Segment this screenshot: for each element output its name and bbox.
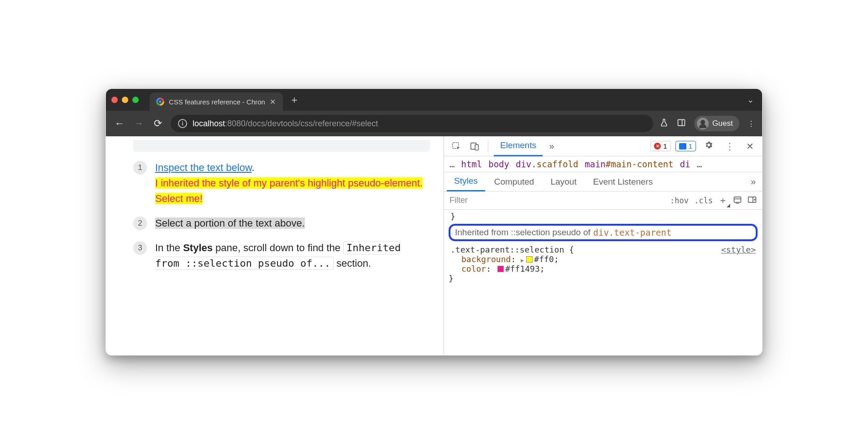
- tabs-overflow-button[interactable]: »: [545, 141, 558, 151]
- subtab-event-listeners[interactable]: Event Listeners: [586, 172, 660, 191]
- error-icon: [654, 143, 661, 150]
- styles-filter-row: :hov .cls ＋: [444, 191, 762, 210]
- new-tab-button[interactable]: ＋: [283, 93, 306, 107]
- message-count: 1: [689, 142, 692, 150]
- css-declaration[interactable]: color: #ff1493;: [449, 264, 758, 274]
- crumb-ellipsis[interactable]: …: [697, 159, 702, 169]
- list-item: 2 Select a portion of the text above.: [133, 216, 430, 231]
- message-badge[interactable]: 1: [675, 141, 696, 151]
- subtab-layout[interactable]: Layout: [543, 172, 584, 191]
- side-panel-icon[interactable]: [677, 118, 686, 129]
- hov-toggle[interactable]: :hov: [670, 196, 689, 205]
- browser-menu-button[interactable]: ⋮: [748, 119, 755, 128]
- subtab-styles[interactable]: Styles: [447, 172, 485, 191]
- svg-rect-5: [734, 197, 741, 202]
- profile-label: Guest: [712, 119, 733, 128]
- expand-icon[interactable]: ▶: [521, 257, 524, 263]
- text-bold: Styles: [183, 242, 213, 253]
- toolbar: ← → ⟳ localhost:8080/docs/devtools/css/r…: [106, 111, 762, 136]
- address-bar[interactable]: localhost:8080/docs/devtools/css/referen…: [171, 115, 653, 132]
- tab-close-icon[interactable]: ✕: [270, 98, 276, 106]
- css-value: #ff0: [534, 254, 554, 264]
- css-value: #ff1493: [505, 264, 540, 274]
- inspect-element-icon[interactable]: [449, 139, 464, 153]
- inherited-label: Inherited from ::selection pseudo of: [455, 227, 591, 237]
- window-controls: [111, 97, 139, 103]
- crumb-di[interactable]: di: [680, 159, 690, 169]
- cls-toggle[interactable]: .cls: [694, 196, 713, 205]
- computed-styles-toggle-icon[interactable]: [733, 196, 742, 206]
- url-path: :8080/docs/devtools/css/reference/#selec…: [225, 119, 378, 128]
- css-property: color: [461, 264, 486, 274]
- styles-pane[interactable]: } Inherited from ::selection pseudo of d…: [444, 210, 762, 355]
- color-swatch[interactable]: [526, 256, 533, 263]
- crumb-main[interactable]: main#main-content: [585, 159, 673, 169]
- color-swatch[interactable]: [497, 266, 504, 272]
- rule-source-link[interactable]: <style>: [721, 245, 756, 254]
- sidebar-toggle-icon[interactable]: [748, 196, 757, 206]
- devtools-top-bar: Elements » 1 1 ⋮ ✕: [444, 136, 762, 156]
- text: .: [252, 162, 255, 173]
- list-item: 1 Inspect the text below. I inherited th…: [133, 160, 430, 207]
- chrome-favicon-icon: [156, 98, 164, 106]
- content-area: 1 Inspect the text below. I inherited th…: [106, 136, 762, 355]
- device-toggle-icon[interactable]: [467, 139, 482, 153]
- list-item: 3 In the Styles pane, scroll down to fin…: [133, 240, 430, 271]
- text: In the: [155, 242, 183, 253]
- back-button[interactable]: ←: [113, 118, 126, 129]
- css-property: background: [461, 254, 511, 264]
- settings-icon[interactable]: [701, 140, 717, 152]
- close-window-button[interactable]: [111, 97, 118, 103]
- crumb-div[interactable]: div.scaffold: [516, 159, 578, 169]
- crumb-ellipsis[interactable]: …: [450, 159, 455, 169]
- css-rule-header: .text-parent::selection { <style>: [449, 245, 758, 254]
- url-host: localhost: [193, 119, 225, 128]
- tab-elements[interactable]: Elements: [494, 136, 543, 156]
- divider: [488, 140, 488, 152]
- step-number: 1: [133, 161, 147, 175]
- text: pane, scroll down to find the: [213, 242, 343, 253]
- subtabs-overflow-button[interactable]: »: [747, 176, 759, 187]
- devtools-close-button[interactable]: ✕: [743, 141, 758, 152]
- titlebar: CSS features reference - Chron ✕ ＋ ⌄: [106, 89, 762, 111]
- error-badge[interactable]: 1: [650, 141, 670, 151]
- minimize-window-button[interactable]: [122, 97, 128, 103]
- error-count: 1: [663, 142, 667, 150]
- text: section.: [334, 258, 371, 269]
- highlighted-text[interactable]: I inherited the style of my parent's hig…: [155, 177, 423, 204]
- tabs-dropdown-button[interactable]: ⌄: [747, 95, 757, 105]
- new-style-rule-button[interactable]: ＋: [718, 194, 727, 207]
- profile-chip[interactable]: Guest: [694, 116, 739, 131]
- inspect-link[interactable]: Inspect the text below: [155, 162, 252, 173]
- reload-button[interactable]: ⟳: [152, 118, 164, 129]
- browser-window: CSS features reference - Chron ✕ ＋ ⌄ ← →…: [105, 88, 763, 356]
- instruction-list: 1 Inspect the text below. I inherited th…: [133, 160, 430, 272]
- selected-text[interactable]: Select a portion of the text above.: [155, 217, 305, 229]
- toolbar-right: Guest ⋮: [659, 116, 755, 131]
- page-viewport: 1 Inspect the text below. I inherited th…: [106, 136, 444, 355]
- inherited-from-header[interactable]: Inherited from ::selection pseudo of div…: [449, 224, 758, 241]
- browser-tab[interactable]: CSS features reference - Chron ✕: [150, 93, 283, 111]
- css-declaration[interactable]: background: ▶#ff0;: [449, 254, 758, 264]
- code-block-remnant: [133, 140, 430, 152]
- site-info-icon[interactable]: [178, 119, 187, 128]
- inherited-selector: div.text-parent: [593, 227, 672, 237]
- devtools-panel: Elements » 1 1 ⋮ ✕: [444, 136, 762, 355]
- styles-subtabs: Styles Computed Layout Event Listeners »: [444, 172, 762, 191]
- crumb-html[interactable]: html: [461, 159, 482, 169]
- svg-rect-0: [678, 119, 685, 125]
- maximize-window-button[interactable]: [132, 97, 139, 103]
- rule-close-brace: }: [449, 274, 758, 283]
- devtools-menu-button[interactable]: ⋮: [722, 141, 738, 152]
- rule-close-brace: }: [450, 212, 758, 221]
- dom-breadcrumb: … html body div.scaffold main#main-conte…: [444, 156, 762, 172]
- forward-button[interactable]: →: [132, 118, 145, 129]
- step-number: 2: [133, 217, 147, 230]
- labs-icon[interactable]: [659, 118, 669, 129]
- filter-input[interactable]: [444, 191, 664, 209]
- tab-title: CSS features reference - Chron: [169, 98, 265, 106]
- css-selector[interactable]: .text-parent::selection {: [450, 245, 574, 254]
- svg-rect-4: [475, 145, 478, 150]
- subtab-computed[interactable]: Computed: [487, 172, 542, 191]
- crumb-body[interactable]: body: [488, 159, 509, 169]
